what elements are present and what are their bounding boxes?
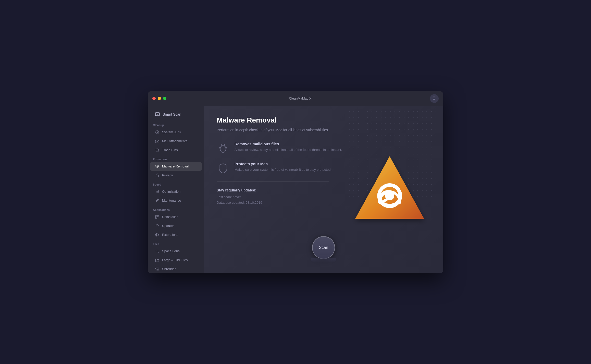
optimization-icon (155, 189, 159, 194)
uninstaller-icon (155, 215, 159, 219)
sidebar-item-space-lens[interactable]: Space Lens (150, 247, 202, 256)
large-files-icon (155, 258, 159, 262)
sidebar-item-uninstaller[interactable]: Uninstaller (150, 213, 202, 221)
feature-text-protects: Protects your Mac Makes sure your system… (235, 162, 331, 172)
privacy-icon (155, 173, 159, 178)
section-label-files: Files (148, 239, 204, 247)
shredder-icon (155, 267, 159, 271)
mail-attachments-label: Mail Attachments (162, 139, 187, 143)
svg-rect-7 (156, 217, 157, 218)
system-junk-icon (155, 130, 159, 135)
space-lens-icon (155, 249, 159, 253)
content-area: // Will be generated in the populate scr… (204, 106, 443, 273)
traffic-lights (152, 97, 166, 100)
feature-desc-protects: Makes sure your system is free of vulner… (235, 167, 331, 172)
feature-protects-mac: Protects your Mac Makes sure your system… (217, 162, 349, 174)
extensions-icon (155, 233, 159, 237)
scan-button-container: Scan (311, 236, 336, 263)
updater-label: Updater (162, 224, 174, 228)
dots-icon: ⠿ (433, 96, 436, 101)
sidebar-item-shredder[interactable]: Shredder (150, 265, 202, 273)
page-subtitle: Perform an in-depth checkup of your Mac … (217, 127, 349, 133)
sidebar-item-large-old-files[interactable]: Large & Old Files (150, 256, 202, 264)
smart-scan-icon (155, 112, 160, 117)
titlebar: CleanMyMac X ⠿ (148, 91, 443, 106)
feature-text-malicious: Removes malicious files Allows to review… (235, 142, 342, 152)
minimize-button[interactable] (158, 97, 161, 100)
sidebar-item-mail-attachments[interactable]: Mail Attachments (150, 137, 202, 145)
feature-title-malicious: Removes malicious files (235, 142, 342, 146)
biohazard-small-icon (155, 164, 159, 169)
sidebar-item-maintenance[interactable]: Maintenance (150, 196, 202, 205)
app-title: CleanMyMac X (170, 96, 430, 100)
maintenance-label: Maintenance (162, 199, 181, 202)
uninstaller-label: Uninstaller (162, 215, 178, 219)
privacy-label: Privacy (162, 173, 173, 177)
main-content: Smart Scan Cleanup System Junk (148, 106, 443, 273)
updater-icon (155, 224, 159, 228)
sidebar: Smart Scan Cleanup System Junk (148, 106, 204, 273)
bug-icon (217, 142, 229, 154)
sidebar-item-privacy[interactable]: Privacy (150, 171, 202, 180)
close-button[interactable] (152, 97, 156, 100)
sidebar-item-extensions[interactable]: Extensions (150, 230, 202, 239)
sidebar-item-smart-scan[interactable]: Smart Scan (150, 109, 202, 120)
trash-bins-label: Trash Bins (162, 148, 178, 152)
section-label-protection: Protection (148, 155, 204, 162)
sidebar-item-system-junk[interactable]: System Junk (150, 128, 202, 137)
trash-icon (155, 148, 159, 152)
sidebar-item-trash-bins[interactable]: Trash Bins (150, 146, 202, 154)
update-section: Stay regularly updated: Last scan: never… (217, 188, 349, 205)
menu-dots-button[interactable]: ⠿ (430, 94, 439, 103)
section-label-cleanup: Cleanup (148, 120, 204, 128)
sidebar-item-updater[interactable]: Updater (150, 222, 202, 230)
maintenance-icon (155, 198, 159, 203)
update-section-title: Stay regularly updated: (217, 188, 349, 192)
svg-rect-2 (155, 140, 159, 143)
large-old-files-label: Large & Old Files (162, 258, 188, 262)
system-junk-label: System Junk (162, 130, 181, 134)
svg-rect-5 (156, 215, 157, 216)
smart-scan-label: Smart Scan (163, 112, 181, 116)
database-updated-label: Database updated: 08.10.2019 (217, 200, 349, 205)
app-window: CleanMyMac X ⠿ Smart Scan Cleanup (148, 91, 443, 273)
maximize-button[interactable] (163, 97, 166, 100)
page-title: Malware Removal (217, 116, 349, 124)
shield-icon (217, 162, 229, 174)
feature-removes-malicious: Removes malicious files Allows to review… (217, 142, 349, 154)
extensions-label: Extensions (162, 233, 178, 237)
content-divider (217, 181, 329, 182)
content-inner: Malware Removal Perform an in-depth chec… (217, 116, 349, 205)
svg-rect-6 (157, 215, 159, 216)
malware-removal-label: Malware Removal (162, 164, 189, 168)
scan-button[interactable]: Scan (312, 236, 335, 259)
feature-title-protects: Protects your Mac (235, 162, 331, 166)
scan-button-base (311, 258, 336, 263)
svg-rect-4 (156, 175, 159, 177)
optimization-label: Optimization (162, 190, 180, 193)
section-label-speed: Speed (148, 180, 204, 187)
svg-rect-9 (156, 268, 159, 269)
feature-desc-malicious: Allows to review, study and eliminate al… (235, 147, 342, 152)
svg-point-3 (157, 166, 158, 167)
svg-point-8 (156, 250, 158, 252)
shredder-label: Shredder (162, 267, 176, 271)
last-scan-label: Last scan: never (217, 194, 349, 200)
space-lens-label: Space Lens (162, 249, 180, 253)
mail-icon (155, 139, 159, 143)
sidebar-item-optimization[interactable]: Optimization (150, 187, 202, 196)
section-label-applications: Applications (148, 205, 204, 212)
biohazard-large-icon (351, 151, 428, 228)
sidebar-item-malware-removal[interactable]: Malware Removal (150, 162, 202, 171)
